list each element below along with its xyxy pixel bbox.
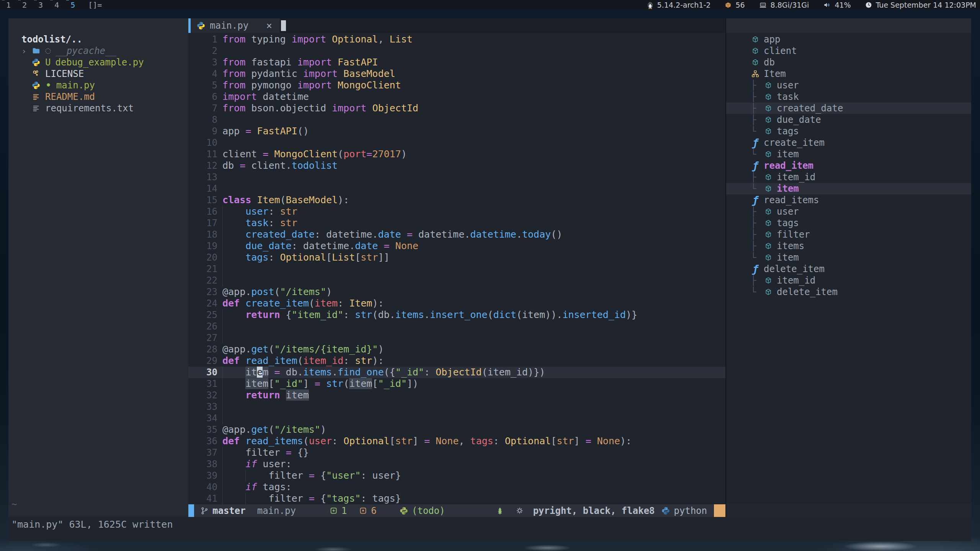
code-line-13[interactable]: 13 [188,171,725,183]
cube-icon [751,46,760,55]
symbol-name: read_item [764,160,813,171]
symbol-item_id[interactable]: ├item_id [726,275,971,286]
tab-main-py[interactable]: main.py × [191,18,280,33]
code-line-30-cursor[interactable]: 30item = db.items.find_one({"_id": Objec… [188,367,725,378]
cube-icon [751,35,760,44]
code-line-11[interactable]: 11client = MongoClient(port=27017) [188,148,725,160]
symbol-tags[interactable]: ├tags [726,217,971,229]
symbol-item[interactable]: └item [726,183,971,194]
code-line-39[interactable]: 39filter = {"user": user} [188,470,725,481]
code-editor[interactable]: 1from typing import Optional, List23from… [188,33,725,504]
workspace-4[interactable]: 4 [54,0,59,10]
code-line-34[interactable]: 34 [188,412,725,424]
file-explorer-root[interactable]: todolist/.. [8,34,188,45]
code-line-28[interactable]: 28@app.get("/items/{item_id}") [188,344,725,355]
command-message-line: "main.py" 63L, 1625C written [8,517,971,541]
code-line-3[interactable]: 3from fastapi import FastAPI [188,57,725,68]
symbol-app[interactable]: app [726,34,971,45]
code-line-27[interactable]: 27 [188,332,725,344]
code-line-21[interactable]: 21 [188,263,725,275]
code-line-25[interactable]: 25return {"item_id": str(db.items.insert… [188,309,725,321]
cube-icon [764,173,773,182]
code-line-8[interactable]: 8 [188,114,725,126]
code-line-5[interactable]: 5from pymongo import MongoClient [188,80,725,91]
tree-item-LICENSE[interactable]: LICENSE [8,68,188,80]
symbol-item[interactable]: └item [726,252,971,263]
code-text: filter = {"tags": tags} [222,493,725,504]
code-line-35[interactable]: 35@app.get("/items") [188,424,725,435]
workspace-1[interactable]: 1 [5,0,11,10]
code-line-38[interactable]: 38if user: [188,458,725,470]
code-line-7[interactable]: 7from bson.objectid import ObjectId [188,103,725,114]
symbol-db[interactable]: db [726,57,971,68]
symbol-due_date[interactable]: ├due_date [726,114,971,126]
symbol-create_item[interactable]: ƒcreate_item [726,137,971,148]
tree-connector: └ [751,183,764,194]
tree-item-main.py[interactable]: •main.py [8,80,188,91]
symbols-outline: appclientdbItem├user├task├created_date├d… [726,18,971,517]
mode-indicator [188,504,194,517]
tree-item-debug_example.py[interactable]: Udebug_example.py [8,57,188,68]
code-line-17[interactable]: 17task: str [188,217,725,229]
code-line-37[interactable]: 37filter = {} [188,447,725,458]
symbol-task[interactable]: ├task [726,91,971,103]
symbol-user[interactable]: ├user [726,80,971,91]
code-line-14[interactable]: 14 [188,183,725,194]
code-line-4[interactable]: 4from pydantic import BaseModel [188,68,725,80]
lines-icon [31,104,41,113]
symbol-name: delete_item [764,264,825,274]
symbol-client[interactable]: client [726,45,971,57]
symbol-item[interactable]: └item [726,148,971,160]
code-line-31[interactable]: 31item["_id"] = str(item["_id"]) [188,378,725,390]
symbol-items[interactable]: ├items [726,240,971,252]
symbol-Item[interactable]: Item [726,68,971,80]
symbol-tags[interactable]: └tags [726,126,971,137]
code-line-22[interactable]: 22 [188,275,725,286]
symbol-delete_item[interactable]: ƒdelete_item [726,263,971,275]
symbol-created_date[interactable]: ├created_date [726,103,971,114]
code-line-2[interactable]: 2 [188,45,725,57]
code-line-40[interactable]: 40if tags: [188,481,725,493]
code-text [222,321,725,332]
workspace-5-active[interactable]: 5 [70,0,75,10]
close-icon[interactable]: × [266,20,272,31]
symbol-filter[interactable]: ├filter [726,229,971,240]
code-line-15[interactable]: 15class Item(BaseModel): [188,194,725,206]
symbol-item_id[interactable]: ├item_id [726,171,971,183]
code-line-23[interactable]: 23@app.post("/items") [188,286,725,298]
code-line-10[interactable]: 10 [188,137,725,148]
symbol-read_items[interactable]: ƒread_items [726,194,971,206]
code-line-9[interactable]: 9app = FastAPI() [188,126,725,137]
code-line-1[interactable]: 1from typing import Optional, List [188,34,725,45]
code-line-33[interactable]: 33 [188,401,725,412]
code-line-41[interactable]: 41filter = {"tags": tags} [188,493,725,504]
code-line-6[interactable]: 6import datetime [188,91,725,103]
line-number: 40 [188,481,222,493]
code-line-18[interactable]: 18created_date: datetime.date = datetime… [188,229,725,240]
tree-item-__pycache__[interactable]: ›__pycache__ [8,45,188,57]
tree-item-README.md[interactable]: README.md [8,91,188,103]
code-line-26[interactable]: 26 [188,321,725,332]
code-line-19[interactable]: 19due_date: datetime.date = None [188,240,725,252]
symbol-read_item[interactable]: ƒread_item [726,160,971,171]
code-line-29[interactable]: 29def read_item(item_id: str): [188,355,725,367]
python-icon [31,81,41,90]
cube-icon [751,58,760,67]
symbol-user[interactable]: ├user [726,206,971,217]
code-text: db = client.todolist [222,160,725,171]
code-line-12[interactable]: 12db = client.todolist [188,160,725,171]
code-line-16[interactable]: 16user: str [188,206,725,217]
line-number: 18 [188,229,222,240]
workspace-3[interactable]: 3 [38,0,43,10]
added-count: 1 [341,505,347,516]
code-line-24[interactable]: 24def create_item(item: Item): [188,298,725,309]
symbol-name: delete_item [777,287,838,297]
code-line-20[interactable]: 20tags: Optional[List[str]] [188,252,725,263]
code-line-36[interactable]: 36def read_items(user: Optional[str] = N… [188,435,725,447]
code-line-32[interactable]: 32return item [188,390,725,401]
tree-item-requirements.txt[interactable]: requirements.txt [8,103,188,114]
indent-guide [222,401,245,412]
symbol-delete_item[interactable]: └delete_item [726,286,971,298]
symbol-name: tags [777,218,799,228]
workspace-2[interactable]: 2 [21,0,27,10]
